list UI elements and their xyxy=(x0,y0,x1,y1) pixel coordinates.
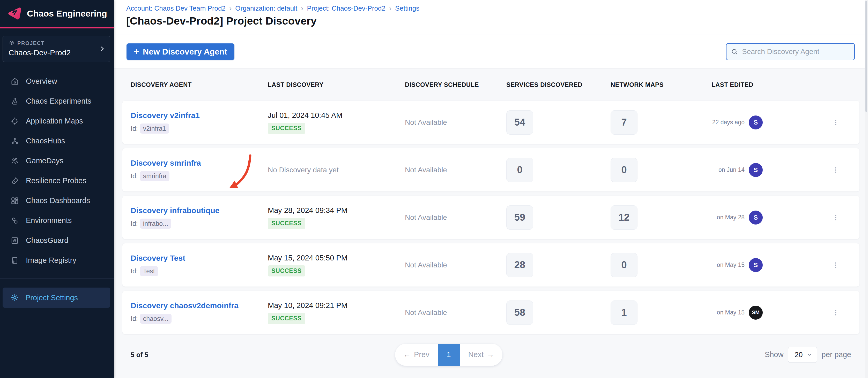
discovery-agent-table: DISCOVERY AGENTLAST DISCOVERYDISCOVERY S… xyxy=(114,69,868,378)
sidebar-menu: Overview Chaos Experiments Application M… xyxy=(0,71,114,270)
table-header-row: DISCOVERY AGENTLAST DISCOVERYDISCOVERY S… xyxy=(122,69,860,101)
network-maps-count: 1 xyxy=(611,301,638,325)
agent-id-value: chaosv... xyxy=(140,314,172,324)
breadcrumb-separator-icon: › xyxy=(389,4,392,12)
agent-id-value: Test xyxy=(140,266,158,276)
sidebar-item-label: GameDays xyxy=(26,157,63,165)
sidebar-item-environments[interactable]: Environments xyxy=(0,211,114,231)
last-edited-text: on May 15 xyxy=(711,309,745,316)
services-discovered-count: 54 xyxy=(506,110,533,135)
people-icon xyxy=(10,157,19,165)
discovery-agent-link[interactable]: Discovery infraboutique xyxy=(131,206,268,215)
sidebar-item-project-settings[interactable]: Project Settings xyxy=(3,287,110,308)
table-row: Discovery Test Id: Test May 15, 2024 05:… xyxy=(122,243,860,286)
page-header: Account: Chaos Dev Team Prod2›Organizati… xyxy=(114,0,868,35)
next-page-button[interactable]: Next → xyxy=(460,344,503,366)
page-size-control: Show 20 per page xyxy=(765,347,851,363)
sidebar-item-label: ChaosHubs xyxy=(26,137,65,145)
no-discovery-text: No Discovery data yet xyxy=(268,166,339,174)
agent-id-label: Id: xyxy=(131,172,138,180)
scrollbar[interactable] xyxy=(865,0,868,378)
breadcrumb-link[interactable]: Settings xyxy=(395,4,420,12)
project-selector[interactable]: PROJECT Chaos-Dev-Prod2 xyxy=(3,36,110,62)
probe-icon xyxy=(10,176,19,185)
row-menu-button[interactable] xyxy=(832,117,840,128)
agent-id-value: v2infra1 xyxy=(140,124,169,134)
search-icon xyxy=(731,48,738,56)
page-size-value: 20 xyxy=(795,351,803,359)
row-menu-button[interactable] xyxy=(832,260,840,270)
hub-icon xyxy=(10,137,19,145)
last-edited-text: 22 days ago xyxy=(711,119,745,126)
table-row: Discovery smrinfra Id: smrinfra No Disco… xyxy=(122,148,860,192)
sidebar-item-application-maps[interactable]: Application Maps xyxy=(0,111,114,131)
main-content: Account: Chaos Dev Team Prod2›Organizati… xyxy=(114,0,868,378)
discovery-agent-link[interactable]: Discovery smrinfra xyxy=(131,159,268,167)
breadcrumb-link[interactable]: Project: Chaos-Dev-Prod2 xyxy=(307,4,385,12)
scrollbar-thumb[interactable] xyxy=(865,1,867,112)
plus-icon: + xyxy=(134,47,139,56)
lock-icon xyxy=(10,236,19,245)
sidebar: Chaos Engineering PROJECT Chaos-Dev-Prod… xyxy=(0,0,114,378)
last-discovery-date: May 28, 2024 09:34 PM xyxy=(268,206,347,215)
breadcrumb-separator-icon: › xyxy=(301,4,303,12)
sidebar-item-gamedays[interactable]: GameDays xyxy=(0,151,114,171)
flask-icon xyxy=(10,97,19,106)
search-input[interactable] xyxy=(742,47,854,56)
sidebar-item-image-registry[interactable]: Image Registry xyxy=(0,250,114,270)
sidebar-item-chaos-experiments[interactable]: Chaos Experiments xyxy=(0,91,114,111)
sidebar-item-resilience-probes[interactable]: Resilience Probes xyxy=(0,171,114,191)
new-discovery-agent-button[interactable]: + New Discovery Agent xyxy=(126,43,235,60)
discovery-schedule-value: Not Available xyxy=(405,261,506,269)
page-size-select[interactable]: 20 xyxy=(788,347,817,363)
search-box xyxy=(726,43,855,60)
breadcrumb-link[interactable]: Organization: default xyxy=(235,4,297,12)
app-title: Chaos Engineering xyxy=(27,8,107,19)
discovery-schedule-value: Not Available xyxy=(405,118,506,127)
discovery-schedule-value: Not Available xyxy=(405,213,506,222)
chaos-engineering-app: Chaos Engineering PROJECT Chaos-Dev-Prod… xyxy=(0,0,868,378)
show-label: Show xyxy=(765,350,784,359)
hexagons-icon xyxy=(10,216,19,225)
discovery-agent-link[interactable]: Discovery Test xyxy=(131,254,268,263)
toolbar: + New Discovery Agent xyxy=(114,35,868,69)
chevron-down-icon xyxy=(806,352,813,358)
sidebar-item-overview[interactable]: Overview xyxy=(0,71,114,91)
sidebar-divider xyxy=(0,278,114,279)
discovery-schedule-value: Not Available xyxy=(405,166,506,174)
row-menu-button[interactable] xyxy=(832,165,840,175)
agent-id-label: Id: xyxy=(131,125,138,132)
breadcrumb-link[interactable]: Account: Chaos Dev Team Prod2 xyxy=(126,4,226,12)
network-maps-count: 0 xyxy=(611,253,638,277)
last-discovery-date: May 15, 2024 05:50 PM xyxy=(268,254,347,262)
pager: ← Prev 1 Next → xyxy=(395,344,502,366)
row-menu-button[interactable] xyxy=(832,212,840,223)
pagination-summary: 5 of 5 xyxy=(131,351,148,358)
services-discovered-count: 28 xyxy=(506,253,533,277)
prev-page-button[interactable]: ← Prev xyxy=(395,344,438,366)
status-badge: SUCCESS xyxy=(268,313,305,324)
column-header: SERVICES DISCOVERED xyxy=(506,81,611,89)
table-row: Discovery chaosv2demoinfra Id: chaosv...… xyxy=(122,291,860,334)
last-discovery-date: Jul 01, 2024 10:45 AM xyxy=(268,111,343,119)
sidebar-item-chaoshubs[interactable]: ChaosHubs xyxy=(0,131,114,151)
last-edited-text: on Jun 14 xyxy=(711,166,745,173)
target-icon xyxy=(10,117,19,126)
project-label: PROJECT xyxy=(17,40,45,46)
discovery-agent-link[interactable]: Discovery v2infra1 xyxy=(131,111,268,120)
dashboard-icon xyxy=(10,196,19,205)
discovery-agent-link[interactable]: Discovery chaosv2demoinfra xyxy=(131,301,268,310)
gear-icon xyxy=(10,293,19,302)
page-number-button[interactable]: 1 xyxy=(438,344,460,366)
sidebar-item-chaos-dashboards[interactable]: Chaos Dashboards xyxy=(0,191,114,211)
sidebar-item-label: Resilience Probes xyxy=(26,176,86,185)
sidebar-item-chaosguard[interactable]: ChaosGuard xyxy=(0,231,114,250)
services-discovered-count: 59 xyxy=(506,205,533,230)
column-header: DISCOVERY AGENT xyxy=(131,81,268,89)
status-badge: SUCCESS xyxy=(268,123,305,134)
row-menu-button[interactable] xyxy=(832,307,840,318)
last-discovery-date: May 10, 2024 09:21 PM xyxy=(268,301,347,310)
sidebar-header: Chaos Engineering xyxy=(0,0,114,27)
sidebar-item-label: Environments xyxy=(26,216,72,225)
sidebar-item-label: Chaos Experiments xyxy=(26,97,91,105)
